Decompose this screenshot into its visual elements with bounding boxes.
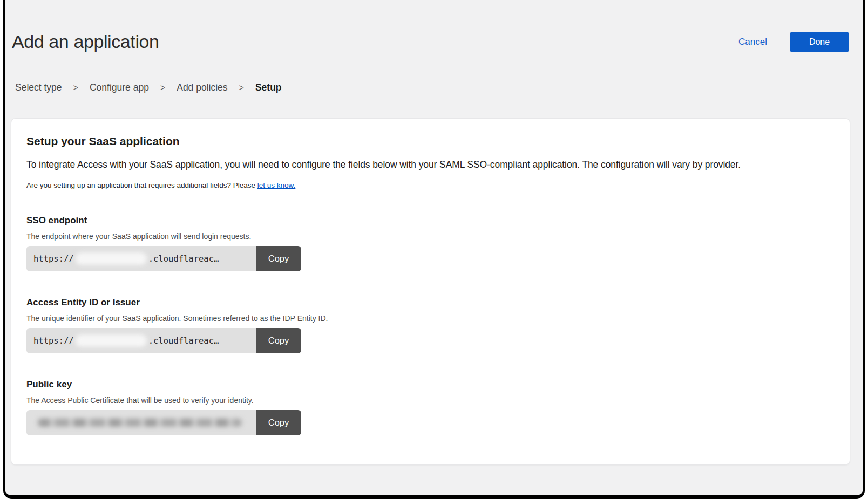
card-note: Are you setting up an application that r… (26, 181, 835, 189)
sso-endpoint-description: The endpoint where your SaaS application… (26, 232, 835, 241)
public-key-section: Public key The Access Public Certificate… (26, 379, 835, 435)
card-note-text: Are you setting up an application that r… (26, 181, 257, 189)
entity-id-value: https:// .cloudflareac… (26, 328, 256, 353)
breadcrumb-step-add-policies[interactable]: Add policies (177, 82, 227, 93)
sso-endpoint-value-suffix: .cloudflareac… (148, 254, 219, 264)
sso-endpoint-copy-button[interactable]: Copy (256, 246, 301, 271)
entity-id-value-prefix: https:// (33, 336, 74, 346)
breadcrumb-step-setup: Setup (255, 82, 282, 93)
sso-endpoint-section: SSO endpoint The endpoint where your Saa… (26, 215, 835, 271)
breadcrumb-separator: > (160, 83, 165, 93)
header-actions: Cancel Done (738, 32, 849, 52)
entity-id-copy-button[interactable]: Copy (256, 328, 301, 353)
entity-id-field: https:// .cloudflareac… Copy (26, 328, 301, 353)
public-key-description: The Access Public Certificate that will … (26, 396, 835, 405)
entity-id-label: Access Entity ID or Issuer (26, 297, 835, 308)
breadcrumb: Select type > Configure app > Add polici… (5, 82, 863, 93)
breadcrumb-step-select-type[interactable]: Select type (15, 82, 62, 93)
redacted-blur (76, 252, 147, 265)
card-heading: Setup your SaaS application (26, 135, 835, 148)
public-key-copy-button[interactable]: Copy (256, 410, 301, 435)
entity-id-value-suffix: .cloudflareac… (148, 336, 219, 346)
card-intro-text: To integrate Access with your SaaS appli… (26, 159, 835, 170)
sso-endpoint-field: https:// .cloudflareac… Copy (26, 246, 301, 271)
entity-id-description: The unique identifier of your SaaS appli… (26, 314, 835, 323)
redacted-blur (38, 419, 242, 427)
public-key-value (26, 410, 256, 435)
breadcrumb-separator: > (239, 83, 244, 93)
breadcrumb-step-configure-app[interactable]: Configure app (90, 82, 149, 93)
let-us-know-link[interactable]: let us know. (257, 181, 296, 189)
public-key-field: Copy (26, 410, 301, 435)
cancel-button[interactable]: Cancel (738, 37, 767, 47)
page-title: Add an application (12, 31, 159, 52)
app-window: Add an application Cancel Done Select ty… (5, 0, 863, 495)
sso-endpoint-value-prefix: https:// (33, 254, 74, 264)
sso-endpoint-value: https:// .cloudflareac… (26, 246, 256, 271)
setup-card: Setup your SaaS application To integrate… (11, 118, 850, 465)
public-key-label: Public key (26, 379, 835, 390)
entity-id-section: Access Entity ID or Issuer The unique id… (26, 297, 835, 353)
done-button[interactable]: Done (790, 32, 849, 52)
page-header: Add an application Cancel Done (5, 0, 863, 52)
breadcrumb-separator: > (73, 83, 78, 93)
sso-endpoint-label: SSO endpoint (26, 215, 835, 226)
redacted-blur (76, 334, 147, 347)
